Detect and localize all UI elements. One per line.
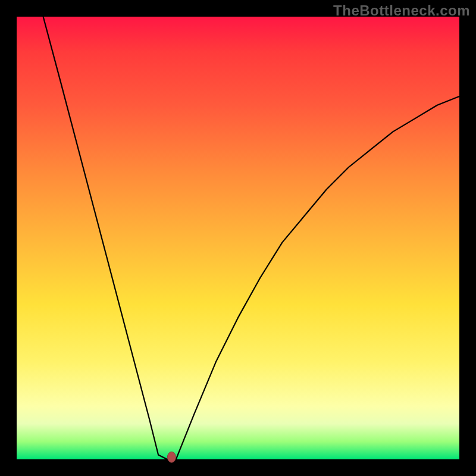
chart-frame: TheBottleneck.com	[0, 0, 476, 476]
curve-layer	[17, 17, 459, 459]
plot-area	[17, 17, 459, 459]
bottleneck-curve	[43, 17, 459, 459]
min-marker	[167, 452, 176, 462]
